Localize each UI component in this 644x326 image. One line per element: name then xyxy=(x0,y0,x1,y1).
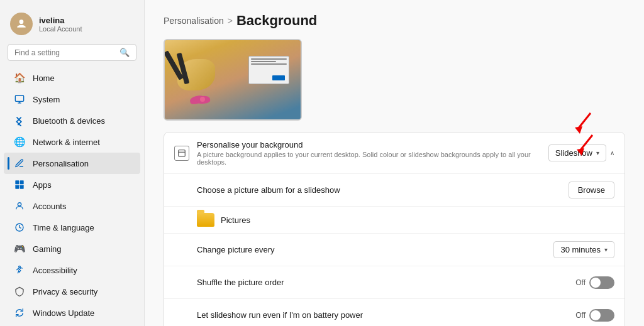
settings-card: Personalise your background A picture ba… xyxy=(164,132,625,326)
battery-toggle-knob xyxy=(591,310,601,320)
accounts-icon xyxy=(14,200,25,212)
nav-label-apps: Apps xyxy=(33,180,52,190)
svg-rect-1 xyxy=(15,95,23,101)
personalise-bg-icon xyxy=(174,146,189,161)
choose-album-title: Choose a picture album for a slideshow xyxy=(197,185,569,195)
background-preview xyxy=(164,39,302,121)
nav-label-windows-update: Windows Update xyxy=(33,308,94,318)
privacy-icon xyxy=(14,286,25,297)
network-icon: 🌐 xyxy=(14,136,25,148)
nav-item-bluetooth[interactable]: Bluetooth & devices xyxy=(4,110,140,131)
username: ivelina xyxy=(39,16,82,25)
svg-point-10 xyxy=(19,266,21,268)
dropdown-arrow-icon: ▾ xyxy=(596,149,599,156)
preview-window-bar-1 xyxy=(251,58,287,60)
browse-button[interactable]: Browse xyxy=(569,182,614,198)
change-picture-arrow-icon: ▾ xyxy=(604,246,608,253)
nav-label-accessibility: Accessibility xyxy=(33,266,77,275)
home-icon: 🏠 xyxy=(14,72,25,84)
nav-label-gaming: Gaming xyxy=(33,244,62,254)
breadcrumb-separator: > xyxy=(228,16,233,26)
change-picture-control: 30 minutes ▾ xyxy=(553,241,614,258)
avatar xyxy=(10,13,33,35)
shuffle-text: Shuffle the picture order xyxy=(174,278,575,287)
toggle-knob xyxy=(591,278,601,288)
main-content: Personalisation > Background xyxy=(145,0,644,326)
windows-update-icon xyxy=(14,307,25,318)
personalise-bg-desc: A picture background applies to your cur… xyxy=(197,151,548,166)
preview-window-bar-2 xyxy=(251,61,276,62)
nav-label-time: Time & language xyxy=(33,223,94,232)
nav-item-gaming[interactable]: 🎮 Gaming xyxy=(4,238,140,259)
accessibility-icon xyxy=(14,264,25,276)
gaming-icon: 🎮 xyxy=(14,243,25,254)
main-wrapper: Personalisation > Background xyxy=(145,0,644,326)
shuffle-state-label: Off xyxy=(575,278,586,287)
preview-window-button xyxy=(272,75,285,80)
battery-toggle[interactable] xyxy=(589,309,614,322)
battery-control: Off xyxy=(575,309,614,322)
battery-title: Let slideshow run even if I'm on battery… xyxy=(197,310,575,320)
search-input[interactable] xyxy=(14,48,116,57)
nav-label-system: System xyxy=(33,95,60,104)
nav-item-accessibility[interactable]: Accessibility xyxy=(4,259,140,281)
account-type: Local Account xyxy=(39,25,82,33)
change-picture-row: Change picture every 30 minutes ▾ xyxy=(164,234,625,266)
nav-item-system[interactable]: System xyxy=(4,89,140,110)
svg-rect-11 xyxy=(179,149,186,156)
personalise-bg-value: Slideshow xyxy=(555,148,592,158)
personalise-bg-title: Personalise your background xyxy=(197,140,548,149)
search-box[interactable]: 🔍 xyxy=(8,44,136,61)
nav-item-time[interactable]: Time & language xyxy=(4,217,140,238)
nav-label-network: Network & internet xyxy=(33,138,100,147)
user-profile: ivelina Local Account xyxy=(0,6,144,44)
time-icon xyxy=(14,222,25,233)
personalise-bg-dropdown[interactable]: Slideshow ▾ xyxy=(548,144,606,161)
change-picture-text: Change picture every xyxy=(174,245,553,254)
nav-item-personalisation[interactable]: Personalisation xyxy=(4,153,140,174)
nav-label-personalisation: Personalisation xyxy=(33,159,89,168)
svg-rect-6 xyxy=(15,185,19,189)
page-title: Background xyxy=(236,13,317,29)
shuffle-title: Shuffle the picture order xyxy=(197,278,575,287)
nav-item-network[interactable]: 🌐 Network & internet xyxy=(4,131,140,153)
folder-row[interactable]: Pictures xyxy=(164,207,625,234)
nav-label-accounts: Accounts xyxy=(33,202,66,211)
apps-icon xyxy=(14,179,25,190)
nav-label-bluetooth: Bluetooth & devices xyxy=(33,116,105,126)
svg-point-0 xyxy=(19,19,24,24)
battery-row: Let slideshow run even if I'm on battery… xyxy=(164,299,625,326)
folder-label: Pictures xyxy=(221,215,250,225)
svg-point-8 xyxy=(18,203,21,206)
preview-window xyxy=(248,56,289,84)
nav-item-windows-update[interactable]: Windows Update xyxy=(4,302,140,323)
search-icon: 🔍 xyxy=(119,48,130,57)
change-picture-value: 30 minutes xyxy=(560,245,601,254)
battery-state-label: Off xyxy=(575,311,586,320)
chevron-up-icon[interactable]: ∧ xyxy=(610,149,614,156)
user-info: ivelina Local Account xyxy=(39,16,82,33)
shuffle-row: Shuffle the picture order Off xyxy=(164,266,625,299)
sidebar: ivelina Local Account 🔍 🏠 Home System Bl… xyxy=(0,0,145,326)
nav-item-home[interactable]: 🏠 Home xyxy=(4,67,140,89)
nav-item-privacy[interactable]: Privacy & security xyxy=(4,281,140,302)
folder-icon xyxy=(197,213,214,227)
system-icon xyxy=(14,94,25,105)
personalisation-icon xyxy=(14,158,25,169)
svg-rect-5 xyxy=(20,180,24,184)
change-picture-title: Change picture every xyxy=(197,245,553,254)
personalise-bg-text: Personalise your background A picture ba… xyxy=(197,140,548,166)
choose-album-text: Choose a picture album for a slideshow xyxy=(174,185,569,195)
choose-album-row: Choose a picture album for a slideshow B… xyxy=(164,174,625,207)
change-picture-dropdown[interactable]: 30 minutes ▾ xyxy=(553,241,614,258)
svg-rect-4 xyxy=(15,180,19,184)
breadcrumb-parent[interactable]: Personalisation xyxy=(164,16,224,26)
preview-window-bar-3 xyxy=(251,63,287,65)
nav-label-home: Home xyxy=(33,73,55,83)
shuffle-toggle[interactable] xyxy=(589,276,614,289)
nav-item-accounts[interactable]: Accounts xyxy=(4,195,140,217)
nav-label-privacy: Privacy & security xyxy=(33,287,97,296)
svg-rect-7 xyxy=(20,185,24,189)
bluetooth-icon xyxy=(14,115,25,126)
nav-item-apps[interactable]: Apps xyxy=(4,174,140,195)
